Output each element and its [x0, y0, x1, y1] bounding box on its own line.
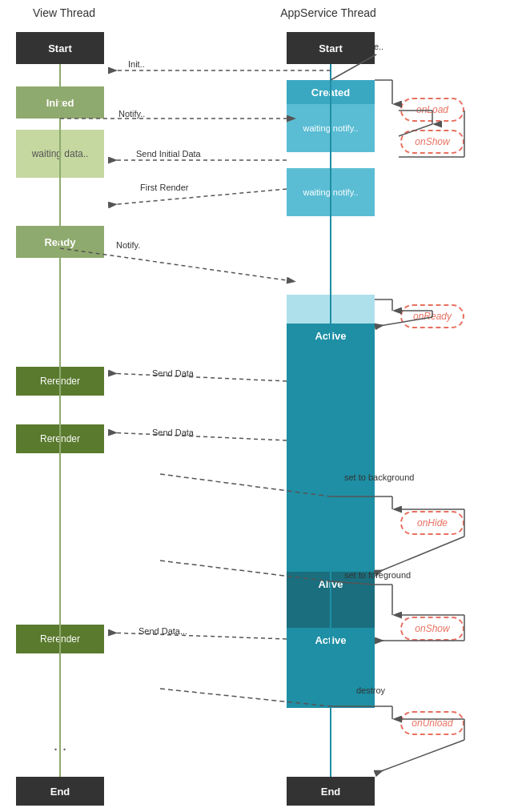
onhide-callback: onHide: [400, 511, 464, 535]
diagram-arrows: [0, 0, 530, 812]
onunload-callback: onUnload: [400, 711, 464, 735]
svg-line-19: [108, 189, 287, 205]
first-render-label: First Render: [140, 183, 189, 192]
svg-line-46: [375, 740, 464, 774]
svg-line-26: [108, 373, 287, 381]
send-data2-label: Send Data: [152, 428, 194, 437]
send-initial-data-label: Send Initial Data: [136, 149, 201, 159]
onload-callback: onLoad: [400, 98, 464, 122]
view-end-state: End: [16, 777, 104, 806]
notify2-label: Notify.: [116, 240, 140, 250]
send-data3-label: Send Data...: [139, 626, 187, 636]
view-rerender2-state: Rerender: [16, 424, 104, 453]
view-waiting-data-state: waiting data..: [16, 130, 104, 178]
create-label: Create..: [352, 42, 383, 51]
init-label: Init..: [128, 59, 145, 69]
svg-line-27: [108, 432, 287, 440]
diagram-container: View Thread AppService Thread Start Init…: [0, 0, 530, 812]
send-data1-label: Send Data: [152, 368, 194, 378]
app-alive-state: Alive: [287, 572, 375, 628]
app-waiting-notify2-state: waiting notify..: [287, 168, 375, 216]
onshow2-callback: onShow: [400, 617, 464, 641]
view-rerender1-state: Rerender: [16, 367, 104, 396]
app-thread-header: AppService Thread: [264, 6, 392, 19]
app-light-blue-state: [287, 295, 375, 324]
app-active2-state: Active: [287, 628, 375, 708]
view-start-state: Start: [16, 32, 104, 64]
set-to-foreground-label: set to foreground: [344, 570, 411, 580]
onshow1-callback: onShow: [400, 130, 464, 154]
onready-callback: onReady: [400, 304, 464, 328]
view-dots-state: ...: [16, 729, 104, 761]
app-created-state: Created: [287, 80, 375, 104]
destroy-label: destroy: [356, 685, 385, 695]
app-end-state: End: [287, 777, 375, 806]
view-ready-state: Ready: [16, 226, 104, 258]
svg-line-41: [108, 633, 287, 639]
view-inited-state: Inited: [16, 86, 104, 119]
set-to-background-label: set to background: [344, 472, 414, 482]
app-waiting-notify1-state: waiting notify..: [287, 104, 375, 152]
notify1-label: Notify..: [118, 109, 145, 119]
app-active1-state: Active: [287, 324, 375, 572]
view-rerender3-state: Rerender: [16, 625, 104, 653]
svg-line-32: [375, 537, 464, 573]
view-thread-header: View Thread: [16, 6, 112, 19]
